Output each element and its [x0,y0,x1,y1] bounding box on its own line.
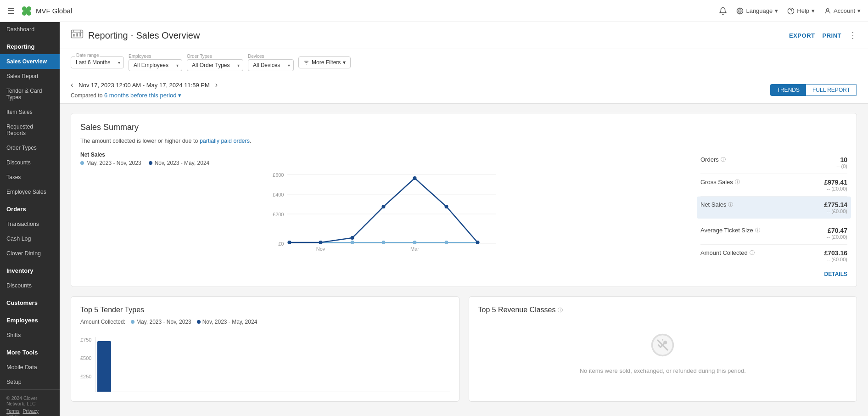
page-header: Reporting - Sales Overview EXPORT PRINT … [60,22,868,49]
svg-text:Mar: Mar [410,246,419,252]
date-next-button[interactable]: › [215,81,218,89]
line-chart: £600 £400 £200 £0 [80,170,691,253]
avg-ticket-value: £70.47 [827,227,847,234]
date-prev-button[interactable]: ‹ [71,81,73,89]
language-button[interactable]: Language ▾ [736,7,778,15]
top-navigation: ☰ MVF Global Language ▾ Help ▾ Account [0,0,868,22]
sidebar-section-reporting[interactable]: Reporting [0,37,60,54]
stat-row-gross-sales: Gross Sales ⓘ £979.41 -- (£0.00) [700,174,847,197]
sidebar-item-dashboard[interactable]: Dashboard [0,22,60,37]
sidebar-item-discounts-reporting[interactable]: Discounts [0,155,60,170]
svg-rect-14 [73,34,74,36]
date-range-select[interactable]: Last 6 Months [71,56,124,68]
sidebar-item-clover-dining[interactable]: Clover Dining [0,246,60,261]
stat-row-amount-collected: Amount Collected ⓘ £703.16 -- (£0.00) [700,245,847,267]
revenue-classes-title: Top 5 Revenue Classes ⓘ [478,306,848,314]
sidebar-item-order-types[interactable]: Order Types [0,141,60,155]
svg-text:£0: £0 [278,241,284,247]
sidebar-item-requested-reports[interactable]: Requested Reports [0,119,60,141]
devices-filter[interactable]: All Devices [248,59,294,71]
tag-icon [650,332,675,362]
sidebar-item-sales-report[interactable]: Sales Report [0,69,60,84]
svg-point-31 [382,241,386,244]
help-button[interactable]: Help ▾ [787,7,815,15]
amount-collected-value: £703.16 [824,249,847,257]
tender-types-title: Top 5 Tender Types [80,306,450,314]
more-filters-button[interactable]: More Filters ▾ [298,56,351,68]
employees-filter-label: Employees [129,54,182,59]
orders-info-icon: ⓘ [721,156,726,163]
sidebar: Dashboard Reporting Sales Overview Sales… [0,22,60,416]
compare-period-link[interactable]: 6 months before this period ▾ [104,92,181,99]
no-data-area: No items were sold, exchanged, or refund… [478,319,848,388]
stat-row-net-sales: Net Sales ⓘ £775.14 -- (£0.00) [697,197,851,219]
net-sales-info-icon: ⓘ [728,201,733,208]
clover-logo-icon [20,5,33,17]
order-types-filter[interactable]: All Order Types [187,59,243,71]
devices-select[interactable]: All Devices [248,59,294,71]
sidebar-item-mobile-data[interactable]: Mobile Data [0,360,60,375]
svg-point-40 [445,205,448,208]
svg-point-41 [476,241,480,244]
sidebar-item-taxes[interactable]: Taxes [0,170,60,185]
svg-rect-16 [79,33,81,37]
sidebar-section-customers[interactable]: Customers [0,293,60,310]
sidebar-item-cash-log[interactable]: Cash Log [0,231,60,246]
svg-point-38 [382,205,386,208]
sidebar-item-sales-overview[interactable]: Sales Overview [0,54,60,69]
avg-ticket-sub: -- (£0.00) [827,234,847,240]
sidebar-item-tender-card[interactable]: Tender & Card Types [0,84,60,105]
print-button[interactable]: PRINT [823,32,842,39]
orders-sub: -- (0) [836,163,847,169]
sidebar-section-orders[interactable]: Orders [0,199,60,217]
full-report-button[interactable]: FULL REPORT [806,84,857,96]
more-options-button[interactable]: ⋮ [849,30,857,40]
sidebar-item-item-sales[interactable]: Item Sales [0,105,60,119]
tender-types-card: Top 5 Tender Types Amount Collected: May… [71,296,459,402]
sidebar-item-shifts[interactable]: Shifts [0,328,60,343]
sales-summary-card: Sales Summary The amount collected is lo… [71,113,857,287]
svg-point-30 [351,241,354,244]
sidebar-section-employees[interactable]: Employees [0,310,60,328]
sidebar-item-employee-sales[interactable]: Employee Sales [0,185,60,199]
details-link[interactable]: DETAILS [700,271,847,277]
main-content: Reporting - Sales Overview EXPORT PRINT … [60,22,868,416]
svg-point-36 [319,241,323,244]
page-title: Reporting - Sales Overview [88,30,200,41]
sidebar-item-discounts[interactable]: Discounts [0,278,60,293]
date-range-filter[interactable]: Last 6 Months Date range [71,56,124,68]
sidebar-item-setup[interactable]: Setup [0,375,60,389]
svg-text:£200: £200 [273,212,284,217]
svg-text:£400: £400 [273,192,284,197]
employees-select[interactable]: All Employees [129,59,182,71]
sales-summary-title: Sales Summary [80,123,847,132]
trends-button[interactable]: TRENDS [771,84,806,96]
svg-point-37 [351,236,354,240]
date-range-label: Date range [75,53,100,58]
hamburger-menu[interactable]: ☰ [7,6,15,16]
bottom-cards-row: Top 5 Tender Types Amount Collected: May… [71,296,857,402]
export-button[interactable]: EXPORT [789,32,815,39]
sidebar-section-inventory[interactable]: Inventory [0,261,60,278]
notifications-button[interactable] [719,7,727,15]
revenue-classes-info-icon: ⓘ [558,307,563,314]
svg-point-39 [413,176,417,180]
terms-link[interactable]: Terms [6,408,20,414]
sidebar-footer: © 2024 Clover Network, LLC Terms Privacy… [0,389,60,416]
svg-point-33 [445,241,448,244]
employees-filter[interactable]: All Employees [129,59,182,71]
svg-text:£600: £600 [273,172,284,178]
sidebar-item-transactions[interactable]: Transactions [0,217,60,231]
copyright-text: © 2024 Clover Network, LLC [6,395,53,406]
order-types-select[interactable]: All Order Types [187,59,243,71]
order-types-filter-label: Order Types [187,54,243,59]
partially-paid-link[interactable]: partially paid orders [200,138,250,144]
clover-logo: MVF Global [20,5,72,17]
gross-sales-sub: -- (£0.00) [824,186,847,191]
sidebar-section-more-tools[interactable]: More Tools [0,343,60,360]
stat-row-avg-ticket: Average Ticket Size ⓘ £70.47 -- (£0.00) [700,222,847,245]
account-button[interactable]: Account ▾ [824,7,861,15]
devices-filter-label: Devices [248,54,294,59]
no-data-message: No items were sold, exchanged, or refund… [580,367,746,374]
chart-legend: May, 2023 - Nov, 2023 Nov, 2023 - May, 2… [80,160,691,166]
